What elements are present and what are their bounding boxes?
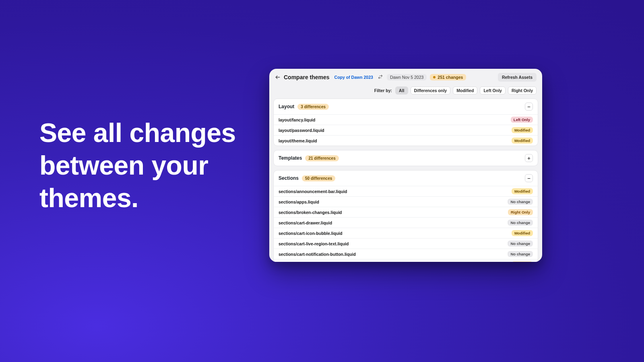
file-path: sections/cart-icon-bubble.liquid [279,231,343,236]
filter-row: Filter by: AllDifferences onlyModifiedLe… [269,85,542,99]
file-row[interactable]: sections/announcement-bar.liquidModified [274,186,538,196]
status-badge: Modified [512,230,533,236]
changes-count-pill: 251 changes [430,74,466,80]
status-badge: Modified [512,188,533,194]
file-path: sections/apps.liquid [279,200,319,204]
filter-chip-modified[interactable]: Modified [453,86,477,95]
file-row[interactable]: sections/cart-notification-product.liqui… [274,259,538,262]
file-path: layout/fancy.liquid [279,117,315,122]
file-row[interactable]: sections/broken-changes.liquidRight Only [274,207,538,217]
group-header[interactable]: Layout3 differences− [274,99,538,114]
status-badge: Modified [512,138,533,144]
page-title: Compare themes [284,74,330,80]
status-badge: No change [508,251,533,257]
file-path: sections/cart-live-region-text.liquid [279,241,349,246]
hero-line-1: See all changes [39,117,236,149]
file-path: sections/announcement-bar.liquid [279,189,347,194]
group-count-pill: 21 differences [305,155,339,161]
groups-container: Layout3 differences−layout/fancy.liquidL… [269,99,542,262]
file-row[interactable]: sections/apps.liquidNo change [274,196,538,207]
status-badge: No change [508,241,533,247]
expand-icon[interactable]: + [525,154,533,162]
hero-headline: See all changes between your themes. [39,117,236,215]
filter-chip-differences-only[interactable]: Differences only [411,86,451,95]
status-badge: Modified [512,261,533,262]
group-title: Templates [279,155,302,161]
group-count-pill: 3 differences [297,104,329,110]
status-badge: Right Only [508,209,533,215]
file-path: sections/cart-notification-button.liquid [279,252,356,257]
window-header: Compare themes Copy of Dawn 2023 Dawn No… [269,69,542,85]
hero-line-3: themes. [39,182,236,214]
file-path: sections/broken-changes.liquid [279,210,342,215]
filter-chip-all[interactable]: All [395,86,408,95]
file-path: sections/cart-drawer.liquid [279,220,332,225]
group-header[interactable]: Sections50 differences− [274,171,538,186]
swap-icon[interactable] [377,74,384,80]
filter-label: Filter by: [374,88,392,93]
status-badge: Modified [512,127,533,133]
group-title: Sections [279,175,299,181]
refresh-assets-button[interactable]: Refresh Assets [498,73,537,82]
status-badge: No change [508,199,533,205]
filter-chip-left-only[interactable]: Left Only [480,86,506,95]
group-header[interactable]: Templates21 differences+ [274,150,538,166]
file-row[interactable]: sections/cart-live-region-text.liquidNo … [274,238,538,249]
status-badge: No change [508,220,533,226]
theme-left-pill[interactable]: Copy of Dawn 2023 [334,74,374,80]
group-count-pill: 50 differences [302,175,335,181]
collapse-icon[interactable]: − [525,174,533,182]
back-arrow-icon[interactable] [275,74,281,80]
group-card-sections: Sections50 differences−sections/announce… [273,170,538,262]
file-path: layout/theme.liquid [279,138,317,143]
file-row[interactable]: layout/fancy.liquidLeft Only [274,114,538,125]
file-row[interactable]: layout/theme.liquidModified [274,135,538,146]
group-card-templates: Templates21 differences+ [273,150,538,166]
hero-line-2: between your [39,149,236,182]
file-row[interactable]: sections/cart-notification-button.liquid… [274,249,538,259]
compare-themes-window: Compare themes Copy of Dawn 2023 Dawn No… [269,69,542,262]
group-card-layout: Layout3 differences−layout/fancy.liquidL… [273,99,538,146]
theme-right-pill[interactable]: Dawn Nov 5 2023 [387,74,427,80]
file-path: layout/password.liquid [279,128,324,133]
file-row[interactable]: layout/password.liquidModified [274,125,538,135]
file-row[interactable]: sections/cart-icon-bubble.liquidModified [274,228,538,238]
filter-chip-right-only[interactable]: Right Only [508,86,537,95]
group-title: Layout [279,104,294,109]
file-row[interactable]: sections/cart-drawer.liquidNo change [274,217,538,228]
status-badge: Left Only [511,117,533,123]
collapse-icon[interactable]: − [525,103,533,111]
